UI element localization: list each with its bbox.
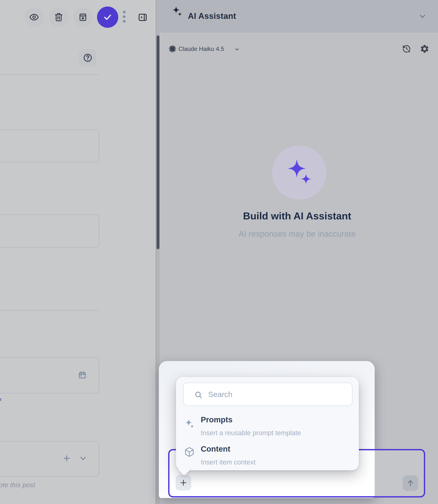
toggle-side-panel-button[interactable] [137,12,148,23]
cube-icon [184,447,195,457]
menu-item-subtitle: Insert item context [201,458,255,466]
menu-item-subtitle: Insert a reusable prompt template [201,429,301,437]
more-options-button[interactable] [119,10,129,25]
cut-off-marker [0,398,1,401]
delete-button[interactable] [49,7,68,27]
settings-button[interactable] [420,44,429,54]
plus-icon[interactable] [63,454,71,462]
section-divider [0,74,99,75]
ai-sparkle-icon [171,6,183,18]
kebab-menu-icon [120,10,128,25]
claude-starburst-icon [168,45,176,53]
history-clear-icon [402,44,411,53]
send-button[interactable] [403,475,418,491]
search-icon [194,391,202,399]
trash-icon [54,12,63,22]
collapse-panel-button[interactable] [418,12,427,21]
insert-context-menu: Prompts Insert a reusable prompt templat… [176,377,359,470]
archive-down-icon [78,12,88,22]
form-field-1[interactable] [0,129,99,162]
menu-item-content[interactable]: Content Insert item context [176,439,359,465]
app-root: ote this post AI Assistant [0,0,438,504]
ai-sparkle-icon [184,419,195,429]
empty-state-heading: Build with AI Assistant [156,210,438,222]
ai-sparkle-icon [285,158,314,187]
help-button[interactable] [79,49,97,67]
model-selector[interactable]: Claude Haiku 4.5 [178,44,224,53]
approve-button[interactable] [97,7,118,28]
calendar-icon[interactable] [78,371,87,379]
clear-history-button[interactable] [402,44,411,53]
chevron-down-icon[interactable] [79,456,87,461]
empty-state-badge [272,146,326,200]
menu-search [183,382,352,406]
plus-icon [179,479,187,487]
document-panel: ote this post [0,0,156,504]
archive-button[interactable] [73,7,93,27]
add-context-button[interactable] [175,475,191,491]
chevron-down-icon[interactable] [234,46,240,52]
panel-right-icon [138,12,148,22]
gear-icon [420,44,429,54]
menu-item-prompts[interactable]: Prompts Insert a reusable prompt templat… [176,412,359,438]
arrow-up-icon [406,479,415,488]
empty-state-subheading: AI responses may be inaccurate [156,229,438,239]
ai-assistant-header: AI Assistant [156,0,438,33]
eye-icon [29,12,39,22]
menu-item-title: Prompts [201,415,232,424]
panel-title: AI Assistant [188,0,236,32]
check-icon [102,12,113,22]
cut-off-label: ote this post [0,481,35,489]
section-divider [0,310,99,311]
menu-item-title: Content [201,445,230,454]
form-field-2[interactable] [0,214,99,248]
search-input[interactable] [208,383,346,406]
preview-button[interactable] [24,7,44,27]
help-circle-icon [83,53,93,63]
